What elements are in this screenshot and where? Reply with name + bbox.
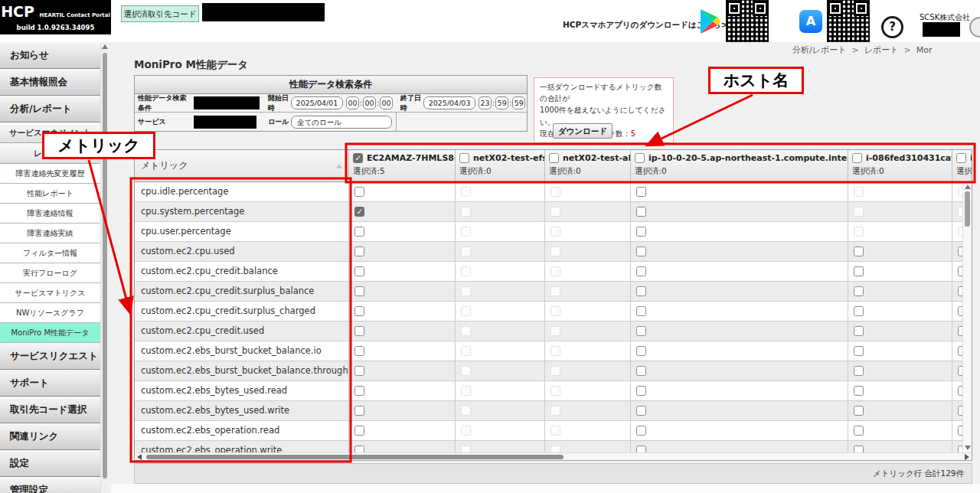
metric-checkbox[interactable]: [636, 286, 646, 296]
metric-checkbox[interactable]: [354, 346, 364, 356]
metric-checkbox[interactable]: [354, 326, 364, 336]
help-icon[interactable]: ?: [881, 16, 903, 38]
role-select[interactable]: 全てのロール: [291, 116, 392, 129]
metric-checkbox[interactable]: [636, 207, 646, 217]
metric-checkbox[interactable]: [636, 306, 646, 316]
metric-checkbox: [461, 366, 471, 376]
scroll-up-icon[interactable]: [102, 44, 108, 49]
metric-checkbox[interactable]: [354, 227, 364, 237]
redacted-search-input[interactable]: [194, 96, 260, 109]
metric-checkbox[interactable]: [636, 227, 646, 237]
download-button[interactable]: ダウンロード: [553, 123, 612, 139]
sidebar-item[interactable]: サポート: [0, 370, 100, 397]
metric-checkbox[interactable]: [354, 306, 364, 316]
sidebar-item[interactable]: お知らせ: [0, 42, 100, 69]
metric-checkbox[interactable]: [354, 386, 364, 396]
table-vertical-scrollbar[interactable]: [962, 182, 972, 452]
host-select-checkbox[interactable]: [353, 153, 363, 163]
metric-checkbox[interactable]: [854, 366, 864, 376]
company-name: SCSK株式会社: [920, 12, 970, 23]
breadcrumb-item[interactable]: 分析/レポート: [792, 45, 846, 55]
metric-checkbox[interactable]: [354, 406, 364, 416]
metric-column-header[interactable]: メトリック: [135, 150, 349, 181]
sidebar-item[interactable]: サービスマトリクス: [0, 283, 100, 303]
host-select-checkbox[interactable]: [852, 153, 862, 163]
sidebar-item[interactable]: 障害連絡情報: [0, 204, 100, 224]
vertical-scrollbar-thumb[interactable]: [965, 191, 970, 227]
metric-checkbox[interactable]: [854, 426, 864, 436]
metric-cell: custom.ec2.cpu_credit.surplus_charged: [135, 302, 349, 321]
metric-checkbox[interactable]: [354, 286, 364, 296]
sidebar-scrollbar-thumb[interactable]: [103, 53, 107, 478]
metric-checkbox[interactable]: [354, 266, 364, 276]
metric-checkbox[interactable]: [354, 426, 364, 436]
metric-checkbox[interactable]: [636, 366, 646, 376]
metric-checkbox[interactable]: [854, 246, 864, 256]
metric-checkbox[interactable]: [354, 366, 364, 376]
checkbox-cell: [545, 302, 631, 321]
metric-checkbox[interactable]: [636, 187, 646, 197]
scroll-down-icon[interactable]: [965, 446, 971, 450]
metric-checkbox[interactable]: [636, 426, 646, 436]
sidebar-item[interactable]: NWリソースグラフ: [0, 303, 100, 323]
sidebar-item[interactable]: 設定: [0, 450, 100, 477]
metric-checkbox[interactable]: [354, 187, 364, 197]
breadcrumb-item[interactable]: Mor: [916, 45, 933, 55]
breadcrumb-item[interactable]: レポート: [864, 45, 899, 55]
scroll-right-icon[interactable]: [965, 454, 969, 460]
sidebar-item[interactable]: 障害連絡先変更履歴: [0, 164, 100, 184]
user-icon[interactable]: [969, 17, 980, 38]
start-second-input[interactable]: 00: [380, 96, 393, 109]
metric-checkbox[interactable]: [636, 246, 646, 256]
sidebar-item[interactable]: 実行フローログ: [0, 263, 100, 283]
metric-checkbox[interactable]: [636, 346, 646, 356]
end-minute-input[interactable]: 59: [495, 96, 508, 109]
sidebar-item[interactable]: 分析/レポート: [0, 96, 100, 122]
table-row: cpu.idle.percentage: [135, 182, 972, 202]
scroll-left-icon[interactable]: [137, 454, 142, 460]
redacted-service-input[interactable]: [194, 116, 256, 129]
metric-checkbox[interactable]: [636, 386, 646, 396]
sidebar-item[interactable]: 関連リンク: [0, 423, 100, 450]
sidebar-item[interactable]: MoniPro M性能データ: [0, 323, 100, 343]
start-hour-input[interactable]: 00: [346, 96, 359, 109]
metric-checkbox[interactable]: [854, 306, 864, 316]
sidebar-item[interactable]: 基本情報照会: [0, 69, 100, 96]
time-separator: :: [360, 100, 362, 107]
app-store-icon[interactable]: A: [799, 10, 822, 33]
table-horizontal-scrollbar[interactable]: [135, 452, 972, 460]
metric-checkbox[interactable]: [636, 326, 646, 336]
host-select-checkbox[interactable]: [549, 153, 559, 163]
host-select-checkbox[interactable]: [635, 153, 645, 163]
sidebar-scrollbar[interactable]: [100, 42, 107, 493]
host-select-checkbox[interactable]: [956, 153, 966, 163]
sidebar-item[interactable]: 性能レポート: [0, 184, 100, 204]
start-date-input[interactable]: 2025/04/01: [291, 96, 343, 109]
horizontal-scrollbar-thumb[interactable]: [146, 455, 564, 459]
google-play-icon[interactable]: [698, 8, 723, 35]
metric-checkbox[interactable]: [854, 286, 864, 296]
metric-checkbox[interactable]: [854, 386, 864, 396]
start-minute-input[interactable]: 00: [363, 96, 376, 109]
metric-checkbox[interactable]: [854, 346, 864, 356]
sidebar-item[interactable]: 取引先コード選択: [0, 397, 100, 423]
metric-checkbox[interactable]: [354, 246, 364, 256]
metric-checkbox[interactable]: [636, 266, 646, 276]
sidebar-item[interactable]: サービスリクエスト: [0, 343, 100, 370]
end-hour-input[interactable]: 23: [479, 96, 492, 109]
host-name: netX02-test-alb01: [563, 153, 631, 163]
table-row: custom.ec2.ebs_operation.read: [135, 421, 972, 441]
scroll-up-icon[interactable]: [965, 184, 971, 189]
selected-code-button[interactable]: 選択済取引先コード: [121, 5, 199, 22]
metric-checkbox[interactable]: [636, 406, 646, 416]
sidebar-item[interactable]: フィルター情報: [0, 243, 100, 263]
metric-checkbox[interactable]: [354, 207, 364, 217]
end-date-input[interactable]: 2025/04/03: [423, 96, 475, 109]
host-select-checkbox[interactable]: [459, 153, 469, 163]
end-second-input[interactable]: 59: [512, 96, 525, 109]
metric-checkbox[interactable]: [854, 266, 864, 276]
metric-checkbox[interactable]: [854, 326, 864, 336]
sidebar-item[interactable]: 障害連絡実績: [0, 224, 100, 243]
sidebar-item[interactable]: 管理設定: [0, 477, 100, 493]
metric-checkbox[interactable]: [854, 406, 864, 416]
